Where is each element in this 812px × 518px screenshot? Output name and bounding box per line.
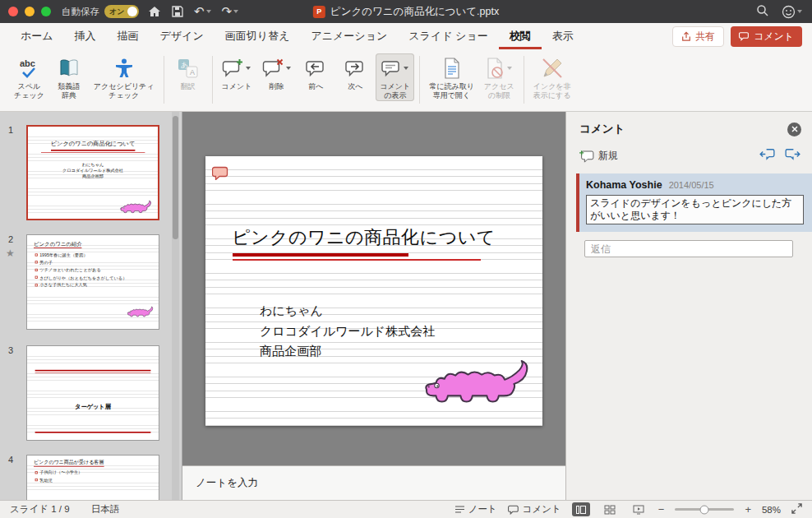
normal-view-icon [576,506,586,514]
comment-marker-icon[interactable] [212,166,228,183]
previous-comment-icon [306,56,325,81]
window-controls [8,7,51,16]
tab-design[interactable]: デザイン [150,23,215,49]
crocodile-drawing[interactable] [424,360,529,405]
ribbon-accessibility-check-button[interactable]: アクセシビリティチェック [90,53,159,101]
minimize-window-button[interactable] [25,7,35,16]
tab-transitions[interactable]: 画面切り替え [215,23,301,49]
tab-view[interactable]: 表示 [542,23,584,49]
comment-body[interactable]: スライドのデザインをもっとピンクにした方がいいと思います！ [586,195,804,224]
ribbon-review: abc スペルチェック 類義語辞典 アクセシビリティチェック あA 翻訳 [0,49,812,112]
slide-3-number: 3 [8,345,13,355]
search-icon [756,4,768,16]
save-button[interactable] [170,6,185,17]
tab-animations[interactable]: アニメーション [300,23,398,49]
bullet-square-icon [35,471,38,474]
reply-input[interactable] [584,240,793,257]
comments-toggle-button[interactable]: コメント [508,503,561,516]
ribbon-tabbar: ホーム 挿入 描画 デザイン 画面切り替え アニメーション スライド ショー 校… [0,23,812,49]
tab-home[interactable]: ホーム [10,23,64,49]
next-comment-icon [345,56,365,81]
zoom-slider-thumb[interactable] [700,505,709,514]
ribbon-show-comments-button[interactable]: コメントの表示 [376,53,414,101]
zoom-out-button[interactable]: − [658,503,665,516]
close-window-button[interactable] [8,7,18,16]
bullet-item: 小さな子供たちに大人気 [35,283,137,288]
ribbon-spell-check-button[interactable]: abc スペルチェック [10,53,48,101]
home-icon [148,6,161,17]
notes-pane[interactable]: ノートを入力 [182,465,565,500]
ribbon-open-read-only-button[interactable]: 常に読み取り専用で開く [425,53,478,101]
language-button[interactable]: 日本語 [91,503,120,516]
zoom-window-button[interactable] [41,7,51,16]
slide-sorter-view-button[interactable] [601,502,619,516]
slide-counter: スライド 1 / 9 [10,503,70,516]
zoom-slider[interactable] [675,508,734,511]
dropdown-chevron-icon [286,67,291,70]
new-comment-button[interactable]: 新規 [579,149,618,163]
slide-editor-area: ピンクのワニの商品化について わにちゃん クロコダイルワールド株式会社 商品企画… [182,112,565,500]
account-dropdown-icon [797,10,802,13]
search-button[interactable] [756,4,768,20]
normal-view-button[interactable] [572,502,590,516]
tab-review[interactable]: 校閲 [499,23,542,49]
toggle-knob [127,7,137,16]
comment-date: 2014/05/15 [669,180,714,190]
window-title: P ピンクのワニの商品化について.pptx [313,5,499,19]
tab-draw[interactable]: 描画 [107,23,150,49]
thumbnail-scrollbar-thumb[interactable] [173,116,178,239]
redo-button[interactable]: ↷ [220,6,241,17]
show-comments-icon [381,56,408,81]
previous-comment-nav-button[interactable] [759,148,775,164]
tab-slideshow[interactable]: スライド ショー [398,23,498,49]
slide-canvas[interactable]: ピンクのワニの商品化について わにちゃん クロコダイルワールド株式会社 商品企画… [205,156,542,426]
comment-bubble-icon [508,505,519,515]
slide-sorter-icon [604,505,616,515]
dropdown-chevron-icon [507,67,512,70]
next-comment-nav-button[interactable] [785,148,800,164]
comment-thread[interactable]: Kohama Yoshie 2014/05/15 スライドのデザインをもっとピン… [576,173,812,232]
ribbon-next-comment-button[interactable]: 次へ [336,53,374,101]
redo-dropdown-icon[interactable] [233,10,238,13]
bullet-item: ツチノコといわれたことがある [35,267,137,272]
ribbon-delete-comment-button[interactable]: 削除 [257,53,295,101]
redo-icon: ↷ [222,6,233,17]
animation-star-indicator[interactable]: ★ [6,247,15,259]
slide-subtitle-block[interactable]: わにちゃん クロコダイルワールド株式会社 商品企画部 [260,301,435,362]
ribbon-translate-button: あA 翻訳 [169,53,207,93]
fit-slide-button[interactable] [791,503,802,516]
zoom-in-button[interactable]: + [745,503,751,516]
ribbon-new-comment-button[interactable]: コメント [218,53,256,101]
undo-dropdown-icon[interactable] [206,10,211,13]
thumbnail-slide-4[interactable]: ピンクのワニ商品が受ける客層 子供向け（〜小学生） 乳幼児 [26,455,159,500]
tab-insert[interactable]: 挿入 [64,23,107,49]
share-button[interactable]: 共有 [672,26,724,47]
ribbon-restrict-access-button: アクセスの制限 [480,53,519,101]
toggle-comments-pane-button[interactable]: コメント [731,26,802,47]
thumb1-body: わにちゃん クロコダイルワールド株式会社 商品企画部 [28,161,158,179]
powerpoint-doc-icon: P [313,6,325,18]
thumb1-title-underline [51,150,135,151]
reply-right-icon [785,148,800,160]
account-button[interactable] [780,5,804,19]
comments-pane: コメント 新規 Kohama Yoshie 2014/05/1 [565,112,812,500]
ribbon-thesaurus-button[interactable]: 類義語辞典 [50,53,88,101]
home-button[interactable] [146,6,163,17]
reply-left-icon [759,148,775,160]
thumbnail-slide-3[interactable]: ターゲット層 [26,345,159,441]
bullet-square-icon [35,284,38,286]
thumbnail-slide-1[interactable]: ピンクのワニの商品化について わにちゃん クロコダイルワールド株式会社 商品企画… [26,125,159,220]
notes-toggle-button[interactable]: ノート [454,503,497,516]
ribbon-previous-comment-button[interactable]: 前へ [297,53,334,101]
thumbnail-slide-2[interactable]: ピンクのワニの紹介 1995年春に誕生（要図） 男の子 ツチノコといわれたことが… [26,234,159,330]
undo-button[interactable]: ↶ [192,6,213,17]
autosave-toggle[interactable]: オン [104,5,139,18]
save-icon [172,6,183,17]
zoom-level[interactable]: 58% [762,505,781,515]
close-icon [791,126,798,132]
close-comments-pane-button[interactable] [787,123,801,136]
slide-title[interactable]: ピンクのワニの商品化について [232,225,496,250]
slideshow-view-button[interactable] [630,502,648,516]
comment-bubble-icon [739,31,750,41]
spell-check-icon: abc [18,56,39,81]
